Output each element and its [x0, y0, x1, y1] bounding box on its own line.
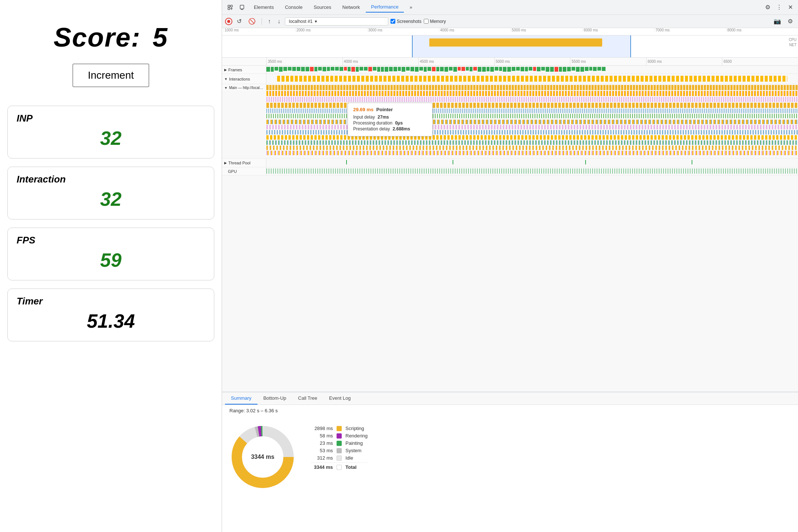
summary-content: 3344 ms 2898 ms Scripting 58 ms Renderin… — [222, 416, 798, 498]
legend-painting-ms: 23 ms — [311, 440, 333, 446]
detail-ruler: 3500 ms 4000 ms 4500 ms 5000 ms 5500 ms … — [222, 58, 798, 66]
increment-button[interactable]: Increment — [72, 64, 150, 87]
legend-total-swatch — [337, 465, 342, 470]
legend-scripting-ms: 2898 ms — [311, 426, 333, 431]
tooltip-ms: 29.69 ms — [353, 107, 374, 112]
frames-arrow: ▶ — [224, 68, 227, 72]
tooltip-input-delay-label: Input delay — [353, 115, 375, 120]
ruler-2000: 2000 ms — [295, 28, 367, 32]
reload-btn[interactable]: ↺ — [235, 16, 244, 26]
cpu-label: CPU — [789, 38, 797, 42]
tooltip-header: 29.69 ms Pointer — [353, 107, 427, 112]
main-content: 29.69 ms Pointer Input delay 27ms Proces… — [266, 84, 798, 158]
tab-console[interactable]: Console — [280, 2, 308, 12]
main-arrow: ▼ — [224, 86, 228, 90]
legend-rendering-swatch — [337, 433, 342, 439]
clear-btn[interactable]: 🚫 — [246, 16, 258, 26]
devtools-header: Elements Console Sources Network Perform… — [222, 0, 798, 15]
tooltip-input-delay-value: 27ms — [378, 115, 389, 120]
url-selector[interactable]: localhost #1 ▾ — [285, 17, 388, 25]
timeline-overview[interactable]: 1000 ms 2000 ms 3000 ms 4000 ms 5000 ms … — [222, 28, 798, 58]
flame-row-11 — [266, 140, 798, 145]
url-dropdown-icon: ▾ — [315, 19, 317, 24]
device-icon-btn[interactable] — [237, 3, 247, 12]
inp-card: INP 32 — [7, 106, 214, 158]
inp-value: 32 — [17, 127, 205, 149]
tab-event-log[interactable]: Event Log — [323, 392, 357, 405]
score-label: Score: — [54, 23, 141, 52]
thread-pool-content — [266, 158, 798, 167]
toolbar-divider-1 — [262, 18, 262, 25]
legend-rendering: 58 ms Rendering — [311, 433, 368, 439]
fps-label: FPS — [17, 235, 205, 246]
thread-pool-arrow: ▶ — [224, 161, 227, 165]
upload-btn[interactable]: ↑ — [266, 17, 273, 26]
tab-call-tree[interactable]: Call Tree — [292, 392, 323, 405]
tab-performance[interactable]: Performance — [366, 2, 403, 13]
tab-summary[interactable]: Summary — [225, 392, 258, 405]
score-value: 5 — [153, 23, 168, 52]
inspect-icon-btn[interactable] — [225, 3, 235, 12]
tab-more[interactable]: » — [405, 2, 417, 12]
interaction-tooltip: 29.69 ms Pointer Input delay 27ms Proces… — [348, 103, 433, 136]
thread-pool-track: ▶ Thread Pool — [222, 158, 798, 167]
settings-icon-btn[interactable]: ⚙ — [763, 2, 773, 12]
tooltip-input-delay: Input delay 27ms — [353, 115, 427, 120]
bottom-tabs: Summary Bottom-Up Call Tree Event Log — [222, 392, 798, 405]
ruler-5000: 5000 ms — [511, 28, 583, 32]
record-btn[interactable] — [225, 18, 232, 25]
timeline-detail-area[interactable]: 3500 ms 4000 ms 4500 ms 5000 ms 5500 ms … — [222, 58, 798, 392]
capture-screenshot-btn[interactable]: 📷 — [771, 16, 783, 26]
frames-label-text: Frames — [228, 68, 242, 72]
legend-idle-name: Idle — [345, 455, 353, 461]
gpu-label-text: GPU — [228, 169, 237, 174]
tab-bottom-up[interactable]: Bottom-Up — [258, 392, 292, 405]
screenshots-checkbox[interactable] — [391, 19, 395, 24]
flame-row-12 — [266, 146, 798, 150]
memory-checkbox[interactable] — [424, 19, 429, 24]
legend-rendering-name: Rendering — [345, 433, 368, 439]
flame-row-1 — [266, 85, 798, 90]
memory-label: Memory — [430, 19, 446, 24]
interaction-bar-main — [277, 76, 787, 82]
legend-painting-swatch — [337, 441, 342, 446]
timeline-minimap[interactable]: CPU NET — [222, 35, 798, 58]
interaction-label: Interaction — [17, 174, 205, 185]
fps-value: 59 — [17, 249, 205, 271]
thread-pool-bar-2 — [453, 160, 453, 164]
devtools-tabs: Elements Console Sources Network Perform… — [249, 2, 417, 13]
minimap-cpu-bar — [429, 38, 602, 47]
ruler-1000: 1000 ms — [224, 28, 295, 32]
thread-pool-label-text: Thread Pool — [228, 161, 250, 165]
thread-pool-bar-3 — [585, 160, 586, 164]
frames-label: ▶ Frames — [222, 66, 266, 74]
memory-checkbox-label[interactable]: Memory — [424, 19, 446, 24]
performance-toolbar: ↺ 🚫 ↑ ↓ localhost #1 ▾ Screenshots Memor… — [222, 15, 798, 28]
close-btn[interactable]: ✕ — [786, 2, 795, 12]
summary-legend: 2898 ms Scripting 58 ms Rendering 23 ms … — [311, 424, 368, 472]
tab-network[interactable]: Network — [337, 2, 365, 12]
legend-rendering-ms: 58 ms — [311, 433, 333, 439]
tab-sources[interactable]: Sources — [308, 2, 337, 12]
left-panel: Score: 5 Increment INP 32 Interaction 32… — [0, 0, 222, 532]
interactions-content — [266, 74, 798, 84]
ruler-6000: 6000 ms — [583, 28, 654, 32]
legend-painting: 23 ms Painting — [311, 440, 368, 446]
net-label: NET — [789, 43, 797, 47]
frames-track: ▶ Frames // We'll generate these inline … — [222, 66, 798, 74]
more-options-btn[interactable]: ⋮ — [774, 2, 784, 12]
capture-settings-btn[interactable]: ⚙ — [785, 16, 795, 26]
frames-content: // We'll generate these inline via JS af… — [266, 66, 798, 74]
fps-card: FPS 59 — [7, 228, 214, 280]
download-btn[interactable]: ↓ — [275, 17, 283, 26]
detail-mark-6000: 6000 ms — [646, 58, 722, 65]
tab-elements[interactable]: Elements — [249, 2, 279, 12]
bottom-panel: Summary Bottom-Up Call Tree Event Log Ra… — [222, 392, 798, 532]
tooltip-processing: Processing duration 0μs — [353, 120, 427, 126]
detail-mark-6500: 6500 — [722, 58, 798, 65]
detail-mark-4000: 4000 ms — [342, 58, 419, 65]
flame-row-2 — [266, 91, 798, 96]
tooltip-presentation-value: 2.688ms — [393, 126, 410, 132]
timeline-ruler: 1000 ms 2000 ms 3000 ms 4000 ms 5000 ms … — [222, 28, 798, 35]
screenshots-checkbox-label[interactable]: Screenshots — [391, 19, 422, 24]
